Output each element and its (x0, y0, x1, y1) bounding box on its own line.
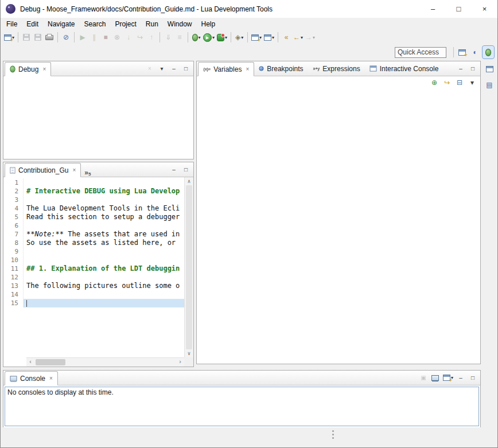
open-console-button[interactable]: ▾ (442, 373, 454, 383)
collapse-all-button[interactable]: ⊟ (454, 76, 465, 89)
editor-line[interactable]: 11## 1. Explanation of the LDT debuggin (3, 264, 184, 273)
menu-navigate[interactable]: Navigate (43, 19, 79, 29)
menu-search[interactable]: Search (79, 19, 110, 29)
ldt-perspective-button[interactable]: ◐ (469, 46, 481, 59)
scrollbar-thumb[interactable] (36, 359, 65, 365)
dropdown-arrow-icon[interactable]: ▾ (199, 35, 201, 40)
editor-line[interactable]: 13The following pictures outline some o (3, 282, 184, 290)
suspend-button: ∥ (88, 31, 100, 44)
maximize-view-button[interactable]: □ (180, 165, 192, 175)
tab-close-icon[interactable]: × (42, 66, 46, 72)
scrollbar-thumb[interactable] (186, 185, 192, 349)
outline-view-button[interactable]: ▤ (484, 79, 495, 91)
minimize-view-button[interactable]: – (455, 373, 466, 383)
open-perspective-button[interactable] (456, 46, 468, 59)
back-button[interactable]: ←▾ (292, 31, 304, 44)
maximize-view-button[interactable]: □ (180, 64, 192, 74)
scroll-left-icon[interactable]: ‹ (29, 359, 32, 365)
debug-view-menu-button[interactable]: ▾ (156, 64, 168, 74)
scroll-up-icon[interactable]: ∧ (185, 178, 193, 184)
sash-grip[interactable] (332, 430, 334, 439)
maximize-view-button[interactable]: □ (467, 64, 478, 74)
open-element-button[interactable]: ▾ (263, 31, 275, 44)
step-return-icon: ↑ (150, 34, 153, 41)
toolbar-separator (57, 32, 58, 42)
editor-line[interactable]: 5Read this section to setup a debugger (3, 213, 184, 221)
editor-line[interactable]: 1 (3, 178, 184, 187)
debug-view-content[interactable] (3, 76, 193, 159)
dropdown-arrow-icon[interactable]: ▾ (272, 35, 274, 40)
tab-label: Console (20, 375, 45, 383)
scroll-right-icon[interactable]: › (178, 359, 182, 365)
coverage-icon (217, 34, 224, 41)
maximize-window-button[interactable]: □ (446, 0, 472, 18)
editor-line[interactable]: 6 (3, 221, 184, 230)
add-expression-button[interactable]: ↪ (441, 76, 453, 89)
editor-text-area[interactable]: 12# Interactive DEBUG using Lua Develop3… (3, 177, 184, 357)
dropdown-arrow-icon[interactable]: ▾ (225, 35, 227, 40)
debug-button[interactable]: ▾ (190, 31, 202, 44)
menu-project[interactable]: Project (110, 19, 141, 29)
editor-line[interactable]: 2# Interactive DEBUG using Lua Develop (3, 187, 184, 196)
editor-line[interactable]: 10 (3, 256, 184, 264)
editor-line[interactable]: 3 (3, 196, 184, 204)
tab-variables[interactable]: (x)=Variables× (198, 62, 254, 76)
editor-line[interactable]: 15 (3, 299, 184, 307)
tab-close-icon[interactable]: × (72, 167, 76, 173)
last-edit-location-button[interactable]: « (281, 31, 292, 44)
editor-horizontal-scrollbar[interactable]: ‹ › (26, 357, 184, 367)
skip-all-breakpoints-button[interactable]: ⊘ (60, 31, 72, 44)
dropdown-arrow-icon[interactable]: ▾ (301, 35, 303, 40)
tab-debug-icon (10, 66, 15, 73)
menu-edit[interactable]: Edit (22, 19, 43, 29)
dropdown-arrow-icon[interactable]: ▾ (241, 35, 243, 40)
editor-line[interactable]: 14 (3, 290, 184, 299)
editor-vertical-scrollbar[interactable]: ∧ ∨ (184, 177, 193, 357)
minimize-window-button[interactable]: – (420, 0, 446, 18)
maximize-view-button[interactable]: □ (467, 373, 478, 383)
menu-help[interactable]: Help (197, 19, 220, 29)
minimize-view-button[interactable]: – (168, 165, 180, 175)
show-logical-structures-button[interactable]: ⊕ (429, 76, 440, 89)
tab-interactive-console[interactable]: Interactive Console (365, 61, 443, 76)
editor-line[interactable]: 7**Note:** The assets that are used in (3, 230, 184, 239)
new-lua-file-button[interactable]: ▾ (250, 31, 263, 44)
menu-bar: FileEditNavigateSearchProjectRunWindowHe… (1, 18, 497, 30)
variables-view-menu-button[interactable]: ▾ (466, 76, 478, 89)
display-selected-console-button[interactable] (430, 373, 441, 383)
tab-console[interactable]: Console× (5, 371, 58, 385)
editor-line[interactable]: 12 (3, 273, 184, 282)
tab-contribution-guide[interactable]: Contribution_Gu× (5, 163, 81, 177)
minimize-view-button[interactable]: – (168, 64, 180, 74)
console-message: No consoles to display at this time. (5, 387, 478, 398)
tab-debug[interactable]: Debug× (5, 62, 51, 76)
editor-line[interactable]: 4The Lua Development Tools in the Ecli (3, 204, 184, 213)
console-content[interactable]: No consoles to display at this time. (5, 387, 479, 426)
tab-breakpoints[interactable]: Breakpoints (254, 61, 308, 76)
menu-run[interactable]: Run (141, 19, 163, 29)
editor-panel: Contribution_Gu× » 5 –□ 12# Interactive … (3, 162, 194, 367)
editor-line[interactable]: 9 (3, 247, 184, 256)
tab-close-icon[interactable]: × (246, 66, 249, 72)
close-window-button[interactable]: × (472, 0, 497, 18)
run-button[interactable]: ▶▾ (202, 31, 216, 44)
tab-close-icon[interactable]: × (49, 375, 53, 381)
tab-expressions[interactable]: x+yExpressions (308, 61, 365, 76)
editor-tab-overflow-chevron[interactable]: » 5 (81, 167, 94, 177)
restore-view-button[interactable] (484, 63, 495, 75)
variables-view-content[interactable] (197, 89, 480, 363)
menu-file[interactable]: File (2, 19, 22, 29)
editor-body[interactable]: 12# Interactive DEBUG using Lua Develop3… (3, 177, 193, 367)
external-tools-button[interactable]: ◈▾ (234, 31, 245, 44)
editor-line[interactable]: 8So use the assets as listed here, or (3, 239, 184, 247)
quick-access-input[interactable] (395, 47, 446, 58)
new-wizard-button[interactable]: ▾ (3, 31, 15, 44)
scroll-down-icon[interactable]: ∨ (185, 350, 193, 356)
menu-window[interactable]: Window (163, 19, 197, 29)
dropdown-arrow-icon[interactable]: ▾ (313, 35, 315, 40)
debug-perspective-button[interactable] (483, 46, 494, 59)
minimize-view-button[interactable]: – (455, 64, 466, 74)
coverage-button[interactable]: ▾ (216, 31, 228, 44)
print-button[interactable] (44, 31, 55, 44)
dropdown-arrow-icon[interactable]: ▾ (212, 35, 215, 40)
